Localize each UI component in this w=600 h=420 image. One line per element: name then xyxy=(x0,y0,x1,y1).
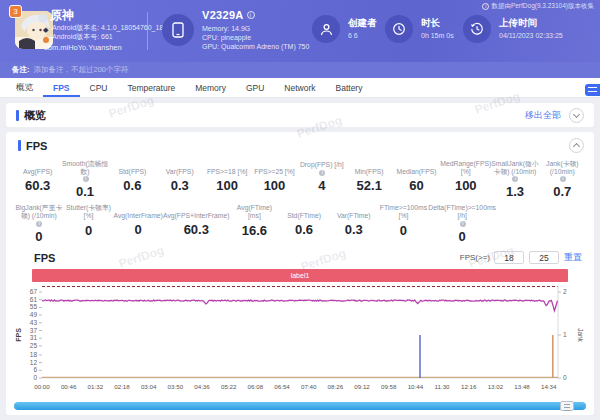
remark-label: 备注: xyxy=(12,65,30,74)
remove-all-link[interactable]: 移出全部 xyxy=(525,109,561,122)
info-icon[interactable]: i xyxy=(83,176,89,182)
svg-text:04:36: 04:36 xyxy=(194,383,210,390)
stat-std-fps-: Std(FPS)0.6 xyxy=(109,160,156,199)
stat-label: Std(FPS) xyxy=(109,160,156,176)
svg-text:2: 2 xyxy=(563,288,567,295)
stat-label: BigJank(严重卡顿) (/10min)i xyxy=(14,204,64,226)
stat-label: FTime>=100ms [%] xyxy=(379,204,429,220)
stat-fps-25-: FPS>=25 [%]100 xyxy=(251,160,298,199)
reset-link[interactable]: 重置 xyxy=(564,251,582,264)
creator-label: 创建者 xyxy=(348,17,377,30)
stat-min-fps-: Min(FPS)52.1 xyxy=(346,160,393,199)
svg-text:1: 1 xyxy=(563,331,567,338)
history-clock-icon xyxy=(470,22,484,36)
upload-time-icon-circle xyxy=(463,15,491,43)
tab-memory[interactable]: Memory xyxy=(185,78,236,97)
tab-概览[interactable]: 概览 xyxy=(6,78,43,97)
person-icon xyxy=(320,23,333,36)
remark-bar[interactable]: 备注:添加备注，不超过200个字符 xyxy=(0,62,600,78)
duration-icon-circle xyxy=(385,15,413,43)
tab-fps[interactable]: FPS xyxy=(43,78,80,97)
stat-label: Smooth(流畅指数)i xyxy=(61,160,108,182)
tab-gpu[interactable]: GPU xyxy=(236,78,274,97)
svg-text:31: 31 xyxy=(30,334,38,341)
device-memory: Memory: 14.9G xyxy=(202,25,250,32)
info-icon[interactable]: i xyxy=(560,176,566,182)
stat-label: Delta(FTime)>=100ms [/h]i xyxy=(428,204,496,226)
info-icon[interactable]: i xyxy=(512,176,518,182)
stat-label: FPS>=18 [%] xyxy=(203,160,250,176)
fps-section-card: FPS Avg(FPS)60.3Smooth(流畅指数)i0.1Std(FPS)… xyxy=(6,132,594,415)
stat-label: MedRange(FPS)[%] xyxy=(440,160,491,176)
stat-label: Stutter(卡顿率) [%] xyxy=(64,204,114,220)
overview-collapse-button[interactable] xyxy=(569,108,584,123)
device-cpu: CPU: pineapple xyxy=(202,34,251,41)
fps-threshold-low-input[interactable] xyxy=(494,251,524,264)
svg-text:18: 18 xyxy=(30,351,38,358)
stat-smooth-流畅指数-: Smooth(流畅指数)i0.1 xyxy=(61,160,108,199)
tab-temperature[interactable]: Temperature xyxy=(117,78,185,97)
svg-text:61: 61 xyxy=(30,295,38,302)
stat-smalljank-微小卡顿-10min-: SmallJank(微小卡顿) (/10min)i1.3 xyxy=(491,160,538,199)
stat-label: Var(FTime) xyxy=(329,204,379,220)
svg-text:FPS: FPS xyxy=(15,327,22,341)
svg-text:07:40: 07:40 xyxy=(301,383,317,390)
fps-threshold-high-input[interactable] xyxy=(529,251,559,264)
stat-value: 52.1 xyxy=(346,178,393,193)
scrollbar-handle[interactable] xyxy=(560,401,574,411)
stat-label: Avg(InterFrame) xyxy=(113,204,163,220)
stat-label: FPS>=25 [%] xyxy=(251,160,298,176)
stat-avg-fps-: Avg(FPS)60.3 xyxy=(14,160,61,199)
fps-chart-controls: FPS FPS(>=) 重置 xyxy=(34,251,582,265)
package-name: com.miHoYo.Yuanshen xyxy=(44,43,122,52)
stat-value: 0 xyxy=(379,223,429,238)
stat-value: 60 xyxy=(393,178,440,193)
stat-avg-fps-interframe-: Avg(FPS+InterFrame)60.3 xyxy=(163,204,230,243)
stat-avg-ftime-ms-: Avg(FTime) [ms]16.6 xyxy=(230,204,280,243)
svg-text:00:46: 00:46 xyxy=(61,383,77,390)
creator-value: 6 6 xyxy=(348,32,358,39)
stat-ftime-100ms-: FTime>=100ms [%]0 xyxy=(379,204,429,243)
fps-stats-row-1: Avg(FPS)60.3Smooth(流畅指数)i0.1Std(FPS)0.6V… xyxy=(14,160,586,199)
svg-text:0: 0 xyxy=(33,374,37,381)
tab-network[interactable]: Network xyxy=(274,78,325,97)
metric-tabbar: 概览FPSCPUTemperatureMemoryGPUNetworkBatte… xyxy=(0,78,600,98)
svg-text:37: 37 xyxy=(30,326,38,333)
stat-medrange-fps-: MedRange(FPS)[%]100 xyxy=(440,160,491,199)
stat-std-ftime-: Std(FTime)0.6 xyxy=(279,204,329,243)
svg-text:06:54: 06:54 xyxy=(274,383,290,390)
device-model: V2329Ai xyxy=(202,9,255,21)
chevron-up-icon xyxy=(573,143,580,150)
svg-text:02:18: 02:18 xyxy=(114,383,130,390)
svg-text:11:30: 11:30 xyxy=(435,383,451,390)
info-icon[interactable]: i xyxy=(319,170,325,176)
svg-text:09:12: 09:12 xyxy=(354,383,370,390)
svg-text:13:02: 13:02 xyxy=(488,383,504,390)
creator-icon-circle xyxy=(312,15,340,43)
section-accent-bar xyxy=(16,110,19,121)
svg-text:03:04: 03:04 xyxy=(141,383,157,390)
chart-horizontal-scrollbar[interactable] xyxy=(14,402,586,410)
svg-text:00:00: 00:00 xyxy=(34,383,50,390)
tab-cpu[interactable]: CPU xyxy=(80,78,118,97)
svg-text:Jank: Jank xyxy=(577,328,584,342)
fps-line-chart[interactable]: 6761554943373125181260210FPSJank00:0000:… xyxy=(12,284,588,396)
info-icon[interactable]: i xyxy=(460,221,466,227)
section-accent-bar xyxy=(18,140,21,151)
stat-label: SmallJank(微小卡顿) (/10min)i xyxy=(491,160,538,182)
floating-helper-button[interactable] xyxy=(585,84,600,96)
svg-text:09:58: 09:58 xyxy=(381,383,397,390)
svg-text:13:48: 13:48 xyxy=(514,383,530,390)
svg-text:43: 43 xyxy=(30,318,38,325)
info-icon[interactable]: i xyxy=(36,221,42,227)
android-marker-icon: ◆ xyxy=(43,26,48,34)
device-info-icon[interactable]: i xyxy=(247,11,255,19)
fps-stats-row-2: BigJank(严重卡顿) (/10min)i0Stutter(卡顿率) [%]… xyxy=(14,204,496,243)
upload-time-label: 上传时间 xyxy=(499,17,537,30)
tab-battery[interactable]: Battery xyxy=(326,78,373,97)
fps-section-header: FPS xyxy=(6,132,594,153)
stat-value: 0.6 xyxy=(109,178,156,193)
fps-collapse-button[interactable] xyxy=(569,138,584,153)
stat-value: 0 xyxy=(14,229,64,244)
duration-label: 时长 xyxy=(421,17,440,30)
